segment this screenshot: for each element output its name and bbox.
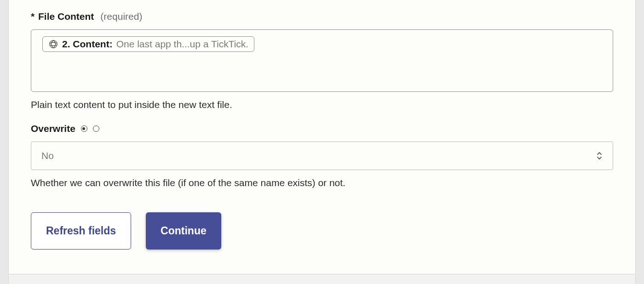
radio-filled-icon[interactable] xyxy=(81,125,87,132)
pill-value: One last app th...up a TickTick. xyxy=(116,39,249,50)
overwrite-select[interactable]: No xyxy=(31,142,613,170)
required-text: (required) xyxy=(100,11,142,22)
mapped-field-pill[interactable]: 2. Content: One last app th...up a TickT… xyxy=(42,36,254,52)
continue-button[interactable]: Continue xyxy=(146,212,221,250)
file-content-field: * File Content (required) xyxy=(31,11,613,110)
overwrite-field: Overwrite No Whether we can overwrite th… xyxy=(31,123,613,188)
overwrite-label: Overwrite xyxy=(31,123,75,134)
radio-empty-icon[interactable] xyxy=(93,125,99,132)
pill-label: 2. Content: xyxy=(62,39,113,50)
required-asterisk: * File Content xyxy=(31,11,94,22)
file-content-help: Plain text content to put inside the new… xyxy=(31,99,613,110)
openai-icon xyxy=(48,39,58,49)
asterisk-char: * xyxy=(31,11,34,22)
svg-point-0 xyxy=(50,40,58,48)
refresh-fields-button[interactable]: Refresh fields xyxy=(31,212,131,250)
file-content-label: File Content xyxy=(38,11,94,22)
outer-frame: * File Content (required) xyxy=(0,0,644,284)
bottom-bar xyxy=(9,274,635,284)
overwrite-label-row: Overwrite xyxy=(31,123,613,134)
file-content-input[interactable]: 2. Content: One last app th...up a TickT… xyxy=(31,29,613,92)
overwrite-value: No xyxy=(41,150,54,161)
chevron-up-down-icon xyxy=(596,151,603,160)
button-row: Refresh fields Continue xyxy=(31,212,613,250)
form-panel: * File Content (required) xyxy=(8,0,636,284)
overwrite-help: Whether we can overwrite this file (if o… xyxy=(31,177,613,188)
file-content-label-row: * File Content (required) xyxy=(31,11,613,22)
